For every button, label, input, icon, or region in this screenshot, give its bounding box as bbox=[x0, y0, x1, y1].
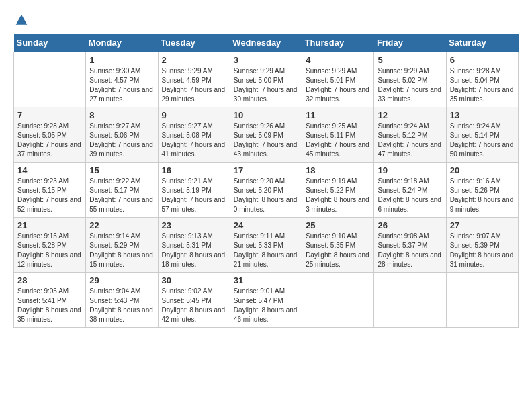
day-number: 17 bbox=[234, 165, 298, 175]
calendar-cell[interactable]: 3Sunrise: 9:29 AM Sunset: 5:00 PM Daylig… bbox=[230, 52, 302, 107]
day-detail: Sunrise: 9:14 AM Sunset: 5:29 PM Dayligh… bbox=[89, 232, 154, 269]
calendar-header-row: SundayMondayTuesdayWednesdayThursdayFrid… bbox=[14, 34, 519, 52]
calendar-cell[interactable]: 24Sunrise: 9:11 AM Sunset: 5:33 PM Dayli… bbox=[230, 218, 302, 273]
calendar-cell[interactable]: 29Sunrise: 9:04 AM Sunset: 5:43 PM Dayli… bbox=[86, 273, 158, 328]
page-header bbox=[13, 13, 519, 27]
calendar-cell[interactable]: 22Sunrise: 9:14 AM Sunset: 5:29 PM Dayli… bbox=[86, 218, 158, 273]
day-number: 28 bbox=[17, 275, 82, 285]
day-detail: Sunrise: 9:10 AM Sunset: 5:35 PM Dayligh… bbox=[306, 232, 370, 269]
calendar-cell[interactable]: 12Sunrise: 9:24 AM Sunset: 5:12 PM Dayli… bbox=[374, 107, 446, 163]
day-detail: Sunrise: 9:01 AM Sunset: 5:47 PM Dayligh… bbox=[234, 287, 298, 324]
day-number: 10 bbox=[234, 110, 298, 120]
day-detail: Sunrise: 9:24 AM Sunset: 5:14 PM Dayligh… bbox=[450, 122, 515, 159]
calendar-cell[interactable]: 23Sunrise: 9:13 AM Sunset: 5:31 PM Dayli… bbox=[158, 218, 230, 273]
day-detail: Sunrise: 9:26 AM Sunset: 5:09 PM Dayligh… bbox=[234, 122, 298, 159]
day-number: 4 bbox=[306, 55, 370, 65]
calendar-cell[interactable]: 17Sunrise: 9:20 AM Sunset: 5:20 PM Dayli… bbox=[230, 163, 302, 218]
day-detail: Sunrise: 9:23 AM Sunset: 5:15 PM Dayligh… bbox=[17, 177, 82, 214]
day-number: 26 bbox=[378, 220, 442, 230]
calendar-cell[interactable]: 28Sunrise: 9:05 AM Sunset: 5:41 PM Dayli… bbox=[14, 273, 86, 328]
day-number: 16 bbox=[162, 165, 226, 175]
calendar-cell[interactable]: 16Sunrise: 9:21 AM Sunset: 5:19 PM Dayli… bbox=[158, 163, 230, 218]
calendar-header-thursday: Thursday bbox=[302, 34, 374, 52]
calendar-cell[interactable]: 7Sunrise: 9:28 AM Sunset: 5:05 PM Daylig… bbox=[14, 107, 86, 163]
day-number: 7 bbox=[17, 110, 82, 120]
calendar-cell bbox=[302, 273, 374, 328]
day-detail: Sunrise: 9:08 AM Sunset: 5:37 PM Dayligh… bbox=[378, 232, 442, 269]
calendar-cell[interactable]: 2Sunrise: 9:29 AM Sunset: 4:59 PM Daylig… bbox=[158, 52, 230, 107]
day-number: 13 bbox=[450, 110, 515, 120]
day-detail: Sunrise: 9:29 AM Sunset: 5:02 PM Dayligh… bbox=[378, 66, 442, 104]
day-detail: Sunrise: 9:27 AM Sunset: 5:06 PM Dayligh… bbox=[89, 122, 154, 159]
day-detail: Sunrise: 9:25 AM Sunset: 5:11 PM Dayligh… bbox=[306, 122, 370, 159]
calendar-cell[interactable]: 21Sunrise: 9:15 AM Sunset: 5:28 PM Dayli… bbox=[14, 218, 86, 273]
day-detail: Sunrise: 9:02 AM Sunset: 5:45 PM Dayligh… bbox=[162, 287, 226, 324]
calendar-cell[interactable]: 6Sunrise: 9:28 AM Sunset: 5:04 PM Daylig… bbox=[446, 52, 518, 107]
day-detail: Sunrise: 9:29 AM Sunset: 5:00 PM Dayligh… bbox=[234, 66, 298, 104]
calendar-cell[interactable]: 8Sunrise: 9:27 AM Sunset: 5:06 PM Daylig… bbox=[86, 107, 158, 163]
day-detail: Sunrise: 9:28 AM Sunset: 5:05 PM Dayligh… bbox=[17, 122, 82, 159]
day-detail: Sunrise: 9:18 AM Sunset: 5:24 PM Dayligh… bbox=[378, 177, 442, 214]
day-number: 1 bbox=[89, 55, 154, 65]
calendar-cell bbox=[374, 273, 446, 328]
calendar-cell[interactable]: 9Sunrise: 9:27 AM Sunset: 5:08 PM Daylig… bbox=[158, 107, 230, 163]
day-number: 18 bbox=[306, 165, 370, 175]
calendar-header-wednesday: Wednesday bbox=[230, 34, 302, 52]
calendar-cell[interactable]: 26Sunrise: 9:08 AM Sunset: 5:37 PM Dayli… bbox=[374, 218, 446, 273]
day-detail: Sunrise: 9:29 AM Sunset: 5:01 PM Dayligh… bbox=[306, 66, 370, 104]
day-number: 30 bbox=[162, 275, 226, 285]
calendar-header-tuesday: Tuesday bbox=[158, 34, 230, 52]
day-number: 3 bbox=[234, 55, 298, 65]
calendar-week-row: 14Sunrise: 9:23 AM Sunset: 5:15 PM Dayli… bbox=[14, 163, 519, 218]
calendar-cell[interactable]: 10Sunrise: 9:26 AM Sunset: 5:09 PM Dayli… bbox=[230, 107, 302, 163]
day-number: 5 bbox=[378, 55, 442, 65]
day-detail: Sunrise: 9:07 AM Sunset: 5:39 PM Dayligh… bbox=[450, 232, 515, 269]
calendar-cell[interactable]: 27Sunrise: 9:07 AM Sunset: 5:39 PM Dayli… bbox=[446, 218, 518, 273]
day-number: 22 bbox=[89, 220, 154, 230]
calendar-week-row: 1Sunrise: 9:30 AM Sunset: 4:57 PM Daylig… bbox=[14, 52, 519, 107]
day-number: 2 bbox=[162, 55, 226, 65]
calendar-cell[interactable]: 13Sunrise: 9:24 AM Sunset: 5:14 PM Dayli… bbox=[446, 107, 518, 163]
calendar-cell[interactable]: 20Sunrise: 9:16 AM Sunset: 5:26 PM Dayli… bbox=[446, 163, 518, 218]
calendar-cell[interactable]: 31Sunrise: 9:01 AM Sunset: 5:47 PM Dayli… bbox=[230, 273, 302, 328]
day-detail: Sunrise: 9:04 AM Sunset: 5:43 PM Dayligh… bbox=[89, 287, 154, 324]
day-number: 23 bbox=[162, 220, 226, 230]
day-number: 15 bbox=[89, 165, 154, 175]
calendar-cell[interactable]: 1Sunrise: 9:30 AM Sunset: 4:57 PM Daylig… bbox=[86, 52, 158, 107]
calendar-cell[interactable]: 25Sunrise: 9:10 AM Sunset: 5:35 PM Dayli… bbox=[302, 218, 374, 273]
calendar-cell[interactable]: 4Sunrise: 9:29 AM Sunset: 5:01 PM Daylig… bbox=[302, 52, 374, 107]
calendar-header-sunday: Sunday bbox=[14, 34, 86, 52]
calendar-week-row: 28Sunrise: 9:05 AM Sunset: 5:41 PM Dayli… bbox=[14, 273, 519, 328]
day-detail: Sunrise: 9:13 AM Sunset: 5:31 PM Dayligh… bbox=[162, 232, 226, 269]
calendar-header-monday: Monday bbox=[86, 34, 158, 52]
day-number: 19 bbox=[378, 165, 442, 175]
svg-marker-0 bbox=[16, 15, 28, 25]
day-detail: Sunrise: 9:20 AM Sunset: 5:20 PM Dayligh… bbox=[234, 177, 298, 214]
calendar-cell[interactable]: 18Sunrise: 9:19 AM Sunset: 5:22 PM Dayli… bbox=[302, 163, 374, 218]
calendar-cell[interactable]: 19Sunrise: 9:18 AM Sunset: 5:24 PM Dayli… bbox=[374, 163, 446, 218]
day-number: 9 bbox=[162, 110, 226, 120]
day-number: 12 bbox=[378, 110, 442, 120]
logo bbox=[13, 13, 28, 27]
day-number: 29 bbox=[89, 275, 154, 285]
calendar-cell[interactable]: 11Sunrise: 9:25 AM Sunset: 5:11 PM Dayli… bbox=[302, 107, 374, 163]
day-detail: Sunrise: 9:24 AM Sunset: 5:12 PM Dayligh… bbox=[378, 122, 442, 159]
day-detail: Sunrise: 9:16 AM Sunset: 5:26 PM Dayligh… bbox=[450, 177, 515, 214]
day-detail: Sunrise: 9:05 AM Sunset: 5:41 PM Dayligh… bbox=[17, 287, 82, 324]
calendar-header-friday: Friday bbox=[374, 34, 446, 52]
calendar-cell[interactable]: 30Sunrise: 9:02 AM Sunset: 5:45 PM Dayli… bbox=[158, 273, 230, 328]
calendar-cell[interactable]: 5Sunrise: 9:29 AM Sunset: 5:02 PM Daylig… bbox=[374, 52, 446, 107]
calendar-week-row: 21Sunrise: 9:15 AM Sunset: 5:28 PM Dayli… bbox=[14, 218, 519, 273]
calendar-cell[interactable]: 15Sunrise: 9:22 AM Sunset: 5:17 PM Dayli… bbox=[86, 163, 158, 218]
day-number: 21 bbox=[17, 220, 82, 230]
calendar-table: SundayMondayTuesdayWednesdayThursdayFrid… bbox=[13, 34, 519, 328]
day-detail: Sunrise: 9:11 AM Sunset: 5:33 PM Dayligh… bbox=[234, 232, 298, 269]
day-detail: Sunrise: 9:22 AM Sunset: 5:17 PM Dayligh… bbox=[89, 177, 154, 214]
day-number: 6 bbox=[450, 55, 515, 65]
day-detail: Sunrise: 9:28 AM Sunset: 5:04 PM Dayligh… bbox=[450, 66, 515, 104]
day-number: 25 bbox=[306, 220, 370, 230]
day-number: 31 bbox=[234, 275, 298, 285]
calendar-cell[interactable]: 14Sunrise: 9:23 AM Sunset: 5:15 PM Dayli… bbox=[14, 163, 86, 218]
day-detail: Sunrise: 9:21 AM Sunset: 5:19 PM Dayligh… bbox=[162, 177, 226, 214]
day-number: 27 bbox=[450, 220, 515, 230]
